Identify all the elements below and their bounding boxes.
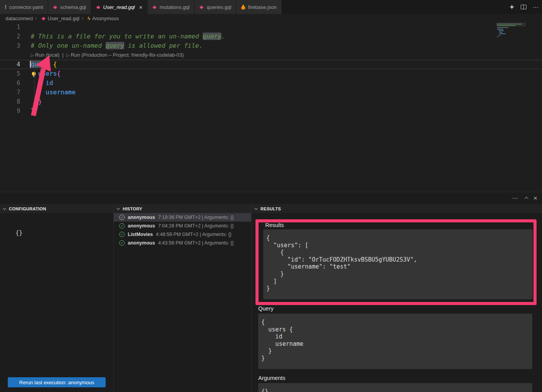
close-panel-icon[interactable]: ×: [533, 195, 537, 201]
history-item-detail: 4:43:58 PM GMT+2 | Arguments: {}: [158, 240, 234, 246]
variables-value[interactable]: {}: [16, 229, 113, 236]
minimap[interactable]: [496, 23, 526, 54]
arguments-text: {}: [258, 383, 532, 392]
code-line[interactable]: 8 }: [0, 97, 542, 106]
firebase-icon: [241, 5, 245, 10]
indent-guide: [34, 69, 35, 106]
history-list: ✓ anonymous 7:19:36 PM GMT+2 | Arguments…: [114, 213, 251, 247]
tab-label: schema.gql: [60, 4, 86, 10]
history-item-name: anonymous: [128, 240, 155, 246]
run-production-codelens[interactable]: Run (Production – Project: friendly-flix…: [71, 52, 184, 58]
maximize-panel-icon[interactable]: [525, 197, 528, 201]
breadcrumb-label: Anonymous: [92, 16, 119, 21]
history-item-name: ListMovies: [128, 232, 153, 237]
history-item[interactable]: ✓ anonymous 7:19:36 PM GMT+2 | Arguments…: [114, 213, 251, 222]
results-title: RESULTS: [261, 206, 281, 211]
breadcrumb-item[interactable]: › User_read.gql: [33, 16, 80, 21]
history-item[interactable]: ✓ ListMovies 4:48:59 PM GMT+2 | Argument…: [114, 230, 251, 239]
configuration-tabs: [0, 213, 113, 221]
configuration-title: CONFIGURATION: [9, 206, 46, 211]
results-json: { "users": [ { "id": "OrTucFODZHTksvBSBU…: [263, 229, 533, 296]
breadcrumb-label: User_read.gql: [48, 16, 80, 21]
results-json-box[interactable]: { "users": [ { "id": "OrTucFODZHTksvBSBU…: [263, 229, 533, 299]
chevron-down-icon: [116, 206, 120, 210]
close-icon[interactable]: ×: [139, 4, 142, 10]
results-label: Results: [265, 222, 284, 228]
code-line[interactable]: 9}: [0, 106, 542, 116]
query-text: { users { id username } }: [258, 314, 532, 366]
code-lines: 12# This is a file for you to write an u…: [0, 23, 542, 116]
history-item-detail: 7:04:26 PM GMT+2 | Arguments: {}: [158, 223, 234, 229]
breadcrumb-separator: ›: [82, 16, 83, 21]
vscode-window: ! connector.yaml schema.gql User_read.gq…: [0, 0, 542, 392]
editor-tab[interactable]: User_read.gql ×: [91, 0, 148, 14]
editor-actions: ⋯: [509, 0, 539, 14]
history-item-detail: 4:48:59 PM GMT+2 | Arguments: {}: [156, 232, 232, 237]
code-line[interactable]: 2# This is a file for you to write an un…: [0, 32, 542, 41]
history-section: HISTORY ✓ anonymous 7:19:36 PM GMT+2 | A…: [114, 204, 252, 392]
editor-tab[interactable]: ! connector.yaml: [0, 0, 48, 14]
panel-actions: ⋯ ×: [512, 192, 537, 204]
breadcrumb-separator: ›: [35, 16, 37, 21]
tab-label: firebase.json: [248, 4, 277, 10]
tab-label: queries.gql: [207, 4, 231, 10]
results-section: RESULTS Results { "users": [ { "id": "Or…: [252, 204, 542, 392]
breadcrumb-label: dataconnect: [5, 16, 33, 21]
history-item-detail: 7:19:36 PM GMT+2 | Arguments: {}: [158, 215, 234, 220]
run-local-codelens[interactable]: Run (local): [35, 52, 59, 58]
copilot-sparkle-icon[interactable]: [509, 5, 514, 10]
configuration-section: CONFIGURATION {} Rerun last execution: a…: [0, 204, 114, 392]
arguments-label: Arguments: [258, 375, 285, 381]
code-line[interactable]: 7 username: [0, 88, 542, 97]
panel-more-icon[interactable]: ⋯: [512, 195, 518, 201]
split-editor-icon[interactable]: [521, 5, 526, 9]
graphql-icon: [199, 5, 204, 9]
operation-icon: ϟ: [88, 16, 90, 21]
breadcrumb-item[interactable]: › ϟ Anonymous: [80, 16, 119, 21]
tab-label: User_read.gql: [103, 4, 135, 10]
editor-tab[interactable]: firebase.json: [236, 0, 282, 14]
history-header[interactable]: HISTORY: [114, 204, 251, 213]
code-line[interactable]: 4query {: [0, 60, 542, 69]
code-editor[interactable]: 12# This is a file for you to write an u…: [0, 23, 542, 192]
rerun-button[interactable]: Rerun last execution: anonymous: [8, 377, 106, 387]
results-header[interactable]: RESULTS: [252, 204, 542, 213]
query-box[interactable]: { users { id username } }: [258, 314, 532, 369]
chevron-down-icon: [254, 206, 257, 210]
warning-icon: !: [5, 4, 7, 10]
history-item[interactable]: ✓ anonymous 7:04:26 PM GMT+2 | Arguments…: [114, 222, 251, 230]
query-label: Query: [258, 305, 274, 312]
check-icon: ✓: [119, 223, 125, 229]
editor-tab[interactable]: mutations.gql: [148, 0, 195, 14]
editor-tab-bar: ! connector.yaml schema.gql User_read.gq…: [0, 0, 542, 14]
history-item[interactable]: ✓ anonymous 4:43:58 PM GMT+2 | Arguments…: [114, 239, 251, 247]
check-icon: ✓: [119, 240, 125, 246]
code-line[interactable]: 5 users{: [0, 69, 542, 78]
code-line[interactable]: ▷Run (local)|▷Run (Production – Project:…: [0, 50, 542, 60]
configuration-header[interactable]: CONFIGURATION: [0, 204, 113, 213]
chevron-down-icon: [3, 206, 6, 210]
breadcrumb: › dataconnect › User_read.gql › ϟ Anonym…: [0, 14, 542, 23]
editor-tab[interactable]: queries.gql: [195, 0, 236, 14]
tab-label: connector.yaml: [9, 4, 43, 10]
graphql-icon: [53, 5, 57, 9]
bottom-panel: ⋯ × CONFIGURATION {} Rerun last executio…: [0, 192, 542, 392]
check-icon: ✓: [119, 215, 125, 220]
panel-tab-bar: ⋯ ×: [0, 192, 542, 204]
history-item-name: anonymous: [128, 223, 155, 229]
history-title: HISTORY: [123, 206, 142, 211]
breadcrumb-item[interactable]: › dataconnect: [5, 16, 33, 21]
graphql-icon: [96, 5, 101, 9]
editor-tab[interactable]: schema.gql: [48, 0, 91, 14]
history-item-name: anonymous: [128, 215, 155, 220]
code-line[interactable]: 1: [0, 23, 542, 32]
code-line[interactable]: 6 id: [0, 78, 542, 88]
arguments-box[interactable]: {}: [258, 383, 532, 392]
graphql-icon: [152, 5, 157, 9]
check-icon: ✓: [119, 232, 125, 237]
tab-label: mutations.gql: [160, 4, 189, 10]
graphql-icon: [41, 16, 46, 21]
code-line[interactable]: 3# Only one un-named query is allowed pe…: [0, 41, 542, 50]
more-actions-icon[interactable]: ⋯: [533, 4, 539, 10]
lightbulb-icon[interactable]: [32, 72, 36, 76]
